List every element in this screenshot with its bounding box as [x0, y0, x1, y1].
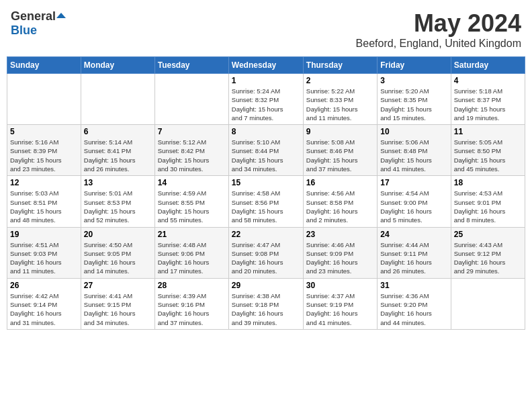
day-number: 14 [158, 178, 226, 187]
day-info: Sunrise: 5:24 AM Sunset: 8:32 PM Dayligh… [232, 87, 300, 122]
calendar-day-cell: 29Sunrise: 4:38 AM Sunset: 9:18 PM Dayli… [228, 278, 303, 329]
day-number: 8 [232, 127, 300, 136]
calendar-day-cell [81, 74, 154, 125]
calendar-day-cell [154, 74, 228, 125]
calendar-day-cell: 30Sunrise: 4:37 AM Sunset: 9:19 PM Dayli… [303, 278, 377, 329]
calendar-day-cell: 17Sunrise: 4:54 AM Sunset: 9:00 PM Dayli… [378, 176, 451, 227]
day-info: Sunrise: 4:53 AM Sunset: 9:01 PM Dayligh… [454, 189, 522, 224]
calendar-day-cell: 15Sunrise: 4:58 AM Sunset: 8:56 PM Dayli… [228, 176, 303, 227]
day-number: 23 [306, 230, 374, 239]
day-info: Sunrise: 4:59 AM Sunset: 8:55 PM Dayligh… [158, 189, 226, 224]
calendar-day-cell: 6Sunrise: 5:14 AM Sunset: 8:41 PM Daylig… [81, 125, 154, 176]
day-info: Sunrise: 4:48 AM Sunset: 9:06 PM Dayligh… [158, 240, 226, 276]
day-number: 29 [232, 281, 300, 290]
day-number: 28 [158, 281, 226, 290]
day-info: Sunrise: 5:03 AM Sunset: 8:51 PM Dayligh… [10, 189, 78, 224]
day-number: 9 [306, 127, 374, 136]
day-number: 4 [454, 76, 522, 85]
weekday-header-cell: Saturday [451, 57, 525, 74]
calendar-day-cell [451, 278, 525, 329]
calendar-table: SundayMondayTuesdayWednesdayThursdayFrid… [7, 56, 525, 330]
calendar-day-cell: 16Sunrise: 4:56 AM Sunset: 8:58 PM Dayli… [303, 176, 377, 227]
day-number: 24 [380, 230, 447, 239]
calendar-day-cell: 13Sunrise: 5:01 AM Sunset: 8:53 PM Dayli… [81, 176, 154, 227]
calendar-day-cell: 1Sunrise: 5:24 AM Sunset: 8:32 PM Daylig… [228, 74, 303, 125]
day-info: Sunrise: 4:54 AM Sunset: 9:00 PM Dayligh… [380, 189, 447, 224]
calendar-day-cell: 4Sunrise: 5:18 AM Sunset: 8:37 PM Daylig… [451, 74, 525, 125]
calendar-week-row: 5Sunrise: 5:16 AM Sunset: 8:39 PM Daylig… [7, 125, 525, 176]
svg-marker-0 [56, 13, 66, 18]
calendar-day-cell: 24Sunrise: 4:44 AM Sunset: 9:11 PM Dayli… [378, 227, 451, 278]
day-number: 7 [158, 127, 226, 136]
day-info: Sunrise: 5:06 AM Sunset: 8:48 PM Dayligh… [380, 138, 447, 173]
day-info: Sunrise: 4:47 AM Sunset: 9:08 PM Dayligh… [232, 240, 300, 276]
day-number: 11 [454, 127, 522, 136]
calendar-day-cell: 2Sunrise: 5:22 AM Sunset: 8:33 PM Daylig… [303, 74, 377, 125]
day-info: Sunrise: 5:05 AM Sunset: 8:50 PM Dayligh… [454, 138, 522, 173]
calendar-day-cell: 21Sunrise: 4:48 AM Sunset: 9:06 PM Dayli… [154, 227, 228, 278]
day-info: Sunrise: 5:18 AM Sunset: 8:37 PM Dayligh… [454, 87, 522, 122]
day-number: 27 [84, 281, 152, 290]
day-number: 26 [10, 281, 78, 290]
day-info: Sunrise: 5:10 AM Sunset: 8:44 PM Dayligh… [232, 138, 300, 173]
day-number: 10 [380, 127, 447, 136]
day-number: 31 [380, 281, 447, 290]
weekday-header-row: SundayMondayTuesdayWednesdayThursdayFrid… [7, 57, 525, 74]
day-info: Sunrise: 4:41 AM Sunset: 9:15 PM Dayligh… [84, 291, 152, 327]
day-number: 25 [454, 230, 522, 239]
day-info: Sunrise: 4:44 AM Sunset: 9:11 PM Dayligh… [380, 240, 447, 276]
day-info: Sunrise: 4:36 AM Sunset: 9:20 PM Dayligh… [380, 291, 447, 327]
day-info: Sunrise: 4:37 AM Sunset: 9:19 PM Dayligh… [306, 291, 374, 327]
day-info: Sunrise: 4:58 AM Sunset: 8:56 PM Dayligh… [232, 189, 300, 224]
calendar-week-row: 1Sunrise: 5:24 AM Sunset: 8:32 PM Daylig… [7, 74, 525, 125]
day-info: Sunrise: 4:50 AM Sunset: 9:05 PM Dayligh… [84, 240, 152, 276]
day-number: 22 [232, 230, 300, 239]
day-info: Sunrise: 4:38 AM Sunset: 9:18 PM Dayligh… [232, 291, 300, 327]
calendar-day-cell: 18Sunrise: 4:53 AM Sunset: 9:01 PM Dayli… [451, 176, 525, 227]
day-number: 1 [232, 76, 300, 85]
weekday-header-cell: Wednesday [228, 57, 303, 74]
calendar-week-row: 26Sunrise: 4:42 AM Sunset: 9:14 PM Dayli… [7, 278, 525, 329]
day-info: Sunrise: 4:39 AM Sunset: 9:16 PM Dayligh… [158, 291, 226, 327]
day-info: Sunrise: 5:20 AM Sunset: 8:35 PM Dayligh… [380, 87, 447, 122]
calendar-day-cell: 10Sunrise: 5:06 AM Sunset: 8:48 PM Dayli… [378, 125, 451, 176]
calendar-week-row: 12Sunrise: 5:03 AM Sunset: 8:51 PM Dayli… [7, 176, 525, 227]
calendar-day-cell: 19Sunrise: 4:51 AM Sunset: 9:03 PM Dayli… [7, 227, 81, 278]
day-info: Sunrise: 4:56 AM Sunset: 8:58 PM Dayligh… [306, 189, 374, 224]
calendar-day-cell: 8Sunrise: 5:10 AM Sunset: 8:44 PM Daylig… [228, 125, 303, 176]
weekday-header-cell: Thursday [303, 57, 377, 74]
logo-blue-text: Blue [11, 24, 37, 38]
calendar-day-cell: 12Sunrise: 5:03 AM Sunset: 8:51 PM Dayli… [7, 176, 81, 227]
location-title: Beeford, England, United Kingdom [356, 38, 521, 50]
logo-bird-icon [56, 11, 66, 21]
calendar-day-cell: 3Sunrise: 5:20 AM Sunset: 8:35 PM Daylig… [378, 74, 451, 125]
title-area: May 2024 Beeford, England, United Kingdo… [356, 9, 521, 50]
day-number: 21 [158, 230, 226, 239]
calendar-day-cell: 28Sunrise: 4:39 AM Sunset: 9:16 PM Dayli… [154, 278, 228, 329]
calendar-day-cell: 20Sunrise: 4:50 AM Sunset: 9:05 PM Dayli… [81, 227, 154, 278]
day-number: 2 [306, 76, 374, 85]
calendar-body: 1Sunrise: 5:24 AM Sunset: 8:32 PM Daylig… [7, 74, 525, 330]
weekday-header-cell: Sunday [7, 57, 81, 74]
day-number: 30 [306, 281, 374, 290]
weekday-header-cell: Tuesday [154, 57, 228, 74]
day-number: 6 [84, 127, 152, 136]
day-number: 17 [380, 178, 447, 187]
day-info: Sunrise: 4:51 AM Sunset: 9:03 PM Dayligh… [10, 240, 78, 276]
day-number: 20 [84, 230, 152, 239]
logo: General Blue [11, 9, 66, 38]
calendar-day-cell: 31Sunrise: 4:36 AM Sunset: 9:20 PM Dayli… [378, 278, 451, 329]
header: General Blue May 2024 Beeford, England, … [7, 7, 525, 52]
day-number: 12 [10, 178, 78, 187]
calendar-day-cell: 14Sunrise: 4:59 AM Sunset: 8:55 PM Dayli… [154, 176, 228, 227]
calendar-day-cell: 23Sunrise: 4:46 AM Sunset: 9:09 PM Dayli… [303, 227, 377, 278]
day-number: 13 [84, 178, 152, 187]
day-info: Sunrise: 4:43 AM Sunset: 9:12 PM Dayligh… [454, 240, 522, 276]
calendar-day-cell: 11Sunrise: 5:05 AM Sunset: 8:50 PM Dayli… [451, 125, 525, 176]
calendar-week-row: 19Sunrise: 4:51 AM Sunset: 9:03 PM Dayli… [7, 227, 525, 278]
logo-general-text: General [11, 9, 56, 24]
day-info: Sunrise: 5:16 AM Sunset: 8:39 PM Dayligh… [10, 138, 78, 173]
calendar-day-cell: 7Sunrise: 5:12 AM Sunset: 8:42 PM Daylig… [154, 125, 228, 176]
day-number: 5 [10, 127, 78, 136]
day-info: Sunrise: 4:42 AM Sunset: 9:14 PM Dayligh… [10, 291, 78, 327]
